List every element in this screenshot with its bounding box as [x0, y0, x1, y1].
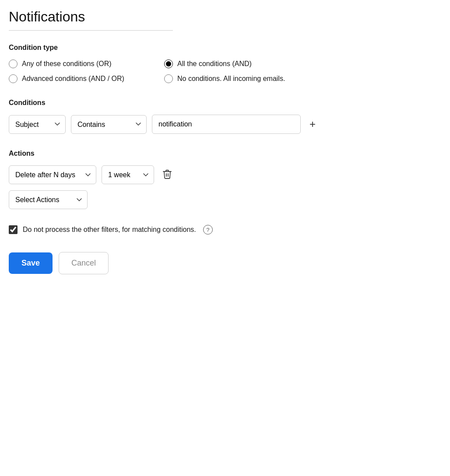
- title-divider: [9, 30, 173, 31]
- action-type-select[interactable]: Delete after N days Move to folder Mark …: [9, 165, 96, 184]
- actions-section: Actions Delete after N days Move to fold…: [9, 150, 441, 209]
- help-icon[interactable]: ?: [203, 225, 213, 234]
- conditions-label: Conditions: [9, 99, 441, 107]
- condition-type-options: Any of these conditions (OR) All the con…: [9, 60, 315, 83]
- condition-type-section: Condition type Any of these conditions (…: [9, 44, 441, 83]
- no-process-checkbox[interactable]: [9, 225, 18, 234]
- condition-value-input[interactable]: [152, 115, 301, 134]
- cancel-button[interactable]: Cancel: [59, 252, 109, 274]
- radio-option-or[interactable]: Any of these conditions (OR): [9, 60, 160, 68]
- radio-advanced-label: Advanced conditions (AND / OR): [22, 75, 124, 83]
- condition-field-select[interactable]: Subject From To Body: [9, 115, 66, 134]
- radio-option-none[interactable]: No conditions. All incoming emails.: [164, 74, 315, 83]
- actions-label: Actions: [9, 150, 441, 158]
- radio-none-label: No conditions. All incoming emails.: [177, 75, 285, 83]
- radio-advanced[interactable]: [9, 74, 18, 83]
- radio-or-label: Any of these conditions (OR): [22, 60, 112, 68]
- radio-option-and[interactable]: All the conditions (AND): [164, 60, 315, 68]
- condition-type-label: Condition type: [9, 44, 441, 52]
- trash-icon: [162, 169, 172, 179]
- radio-none[interactable]: [164, 74, 173, 83]
- checkbox-section: Do not process the other filters, for ma…: [9, 225, 441, 234]
- radio-and[interactable]: [164, 60, 173, 68]
- delete-action-button[interactable]: [159, 166, 175, 183]
- select-actions-dropdown[interactable]: Select Actions Mark as read Move to fold…: [9, 190, 88, 209]
- button-row: Save Cancel: [9, 252, 441, 274]
- radio-or[interactable]: [9, 60, 18, 68]
- no-process-label: Do not process the other filters, for ma…: [23, 226, 196, 234]
- condition-row: Subject From To Body Contains Does not c…: [9, 115, 441, 134]
- action-row-2: Select Actions Mark as read Move to fold…: [9, 190, 441, 209]
- radio-option-advanced[interactable]: Advanced conditions (AND / OR): [9, 74, 160, 83]
- conditions-section: Conditions Subject From To Body Contains…: [9, 99, 441, 134]
- action-row-1: Delete after N days Move to folder Mark …: [9, 165, 441, 184]
- save-button[interactable]: Save: [9, 252, 53, 274]
- radio-and-label: All the conditions (AND): [177, 60, 252, 68]
- page-title: Notifications: [9, 9, 441, 25]
- condition-operator-select[interactable]: Contains Does not contain Starts with En…: [71, 115, 147, 134]
- action-duration-select[interactable]: 1 week 2 weeks 1 month 3 months: [102, 165, 154, 184]
- add-condition-button[interactable]: +: [306, 117, 319, 131]
